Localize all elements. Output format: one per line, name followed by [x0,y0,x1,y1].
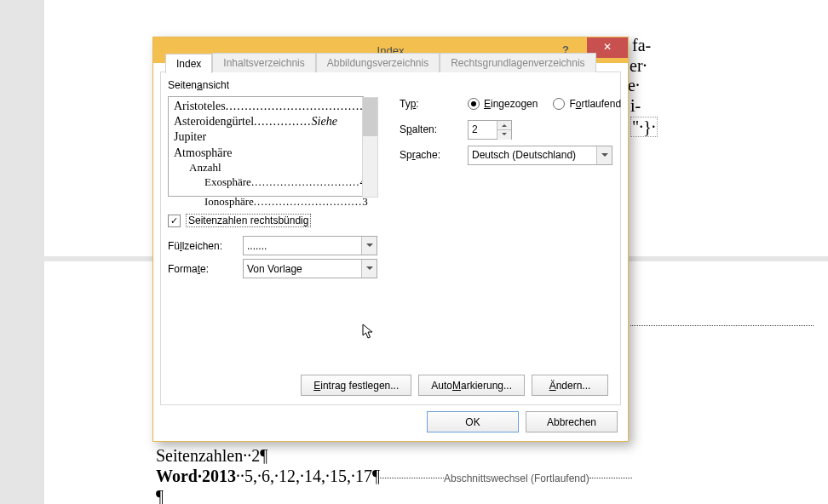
tab-index[interactable]: Index [165,54,212,73]
fill-combo[interactable]: ....... [243,236,377,255]
tab-legal[interactable]: Rechtsgrundlagenverzeichnis [440,53,595,72]
right-align-checkbox[interactable] [168,215,181,227]
doc-line: Word·2013··5,·6,·12,·14,·15,·17¶Abschnit… [156,467,632,486]
format-label: Formate: [168,263,243,275]
doc-pilcrow: ¶ [156,487,164,504]
cols-label: Spalten: [400,123,468,135]
spinner-up[interactable] [497,121,511,131]
radio-runon-label: Fortlaufend [569,98,621,110]
mark-entry-button[interactable]: Eintrag festlegen... [301,375,411,396]
chevron-down-icon[interactable] [596,146,612,164]
cancel-button[interactable]: Abbrechen [526,411,618,432]
doc-fragment: fa- [632,36,651,55]
spinner-down[interactable] [497,130,511,140]
radio-runon[interactable] [553,98,565,110]
doc-fragment: "·}· [630,117,658,137]
chevron-down-icon[interactable] [361,260,377,278]
chevron-down-icon[interactable] [361,237,377,255]
modify-button[interactable]: Ändern... [532,375,608,396]
radio-indented[interactable] [468,98,480,110]
automark-button[interactable]: AutoMarkierung... [418,375,525,396]
format-combo[interactable]: Von Vorlage [243,259,377,278]
doc-fragment: e· [628,76,640,95]
ok-button[interactable]: OK [427,411,519,432]
tab-toc[interactable]: Inhaltsverzeichnis [212,53,315,72]
preview-box: Aristoteles.............................… [168,96,364,197]
doc-line: Seitenzahlen··2¶ [156,446,267,466]
cols-spinner[interactable]: 2 [468,120,512,140]
index-dialog: Index ? ✕ Index Inhaltsverzeichnis Abbil… [152,37,629,442]
doc-fragment: i- [630,96,641,116]
doc-rule [630,325,814,326]
tab-figures[interactable]: Abbildungsverzeichnis [316,53,440,72]
lang-combo[interactable]: Deutsch (Deutschland) [468,146,612,165]
right-align-label: Seitenzahlen rechtsbündig [186,214,311,227]
lang-label: Sprache: [400,149,468,161]
doc-fragment: er· [630,56,647,76]
preview-scrollbar[interactable] [362,97,378,198]
fill-label: Füllzeichen: [168,240,243,252]
type-label: Typ: [400,98,468,110]
preview-label: Seitenansicht [168,79,229,91]
radio-indented-label: Eingezogen [484,98,538,110]
